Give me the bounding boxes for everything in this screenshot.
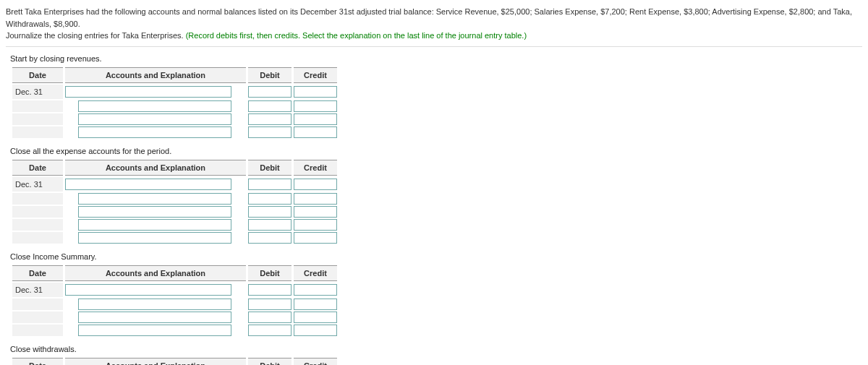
accounts-explanation-input[interactable] xyxy=(78,325,231,336)
intro-hint: (Record debits first, then credits. Sele… xyxy=(186,31,527,40)
debit-input[interactable] xyxy=(248,312,292,323)
date-cell: Dec. 31 xyxy=(12,283,63,297)
table-row xyxy=(12,325,337,336)
intro-line2: Journalize the closing entries for Taka … xyxy=(6,30,862,42)
debit-input[interactable] xyxy=(248,113,292,125)
debit-input[interactable] xyxy=(248,193,292,205)
credit-input[interactable] xyxy=(294,193,337,205)
debit-input[interactable] xyxy=(248,126,292,138)
journal-entry-table: DateAccounts and ExplanationDebitCreditD… xyxy=(10,158,339,245)
date-cell xyxy=(12,206,63,218)
credit-input[interactable] xyxy=(294,284,337,296)
col-header-debit: Debit xyxy=(248,67,292,83)
col-header-acct: Accounts and Explanation xyxy=(65,265,246,281)
date-cell xyxy=(12,299,63,310)
date-cell: Dec. 31 xyxy=(12,177,63,192)
table-row xyxy=(12,100,337,112)
credit-input[interactable] xyxy=(294,206,337,218)
table-row xyxy=(12,232,337,244)
debit-input[interactable] xyxy=(248,100,292,112)
col-header-credit: Credit xyxy=(294,67,337,83)
date-cell: Dec. 31 xyxy=(12,85,63,99)
debit-input[interactable] xyxy=(248,179,292,190)
divider xyxy=(6,46,862,47)
debit-input[interactable] xyxy=(248,232,292,244)
col-header-date: Date xyxy=(12,160,63,176)
col-header-acct: Accounts and Explanation xyxy=(65,67,246,83)
credit-input[interactable] xyxy=(294,219,337,231)
col-header-debit: Debit xyxy=(248,160,292,176)
accounts-explanation-input[interactable] xyxy=(78,312,231,323)
table-row xyxy=(12,299,337,310)
col-header-date: Date xyxy=(12,67,63,83)
debit-input[interactable] xyxy=(248,219,292,231)
table-row xyxy=(12,126,337,138)
date-cell xyxy=(12,325,63,336)
credit-input[interactable] xyxy=(294,113,337,125)
col-header-date: Date xyxy=(12,358,63,366)
table-row xyxy=(12,113,337,125)
credit-input[interactable] xyxy=(294,179,337,190)
col-header-debit: Debit xyxy=(248,358,292,366)
debit-input[interactable] xyxy=(248,206,292,218)
debit-input[interactable] xyxy=(248,299,292,310)
step-title: Close all the expense accounts for the p… xyxy=(10,147,862,155)
col-header-credit: Credit xyxy=(294,265,337,281)
date-cell xyxy=(12,126,63,138)
table-row: Dec. 31 xyxy=(12,283,337,297)
journal-entry-table: DateAccounts and ExplanationDebitCreditD… xyxy=(10,264,339,338)
credit-input[interactable] xyxy=(294,299,337,310)
table-row xyxy=(12,312,337,323)
step-title: Start by closing revenues. xyxy=(10,54,862,63)
journal-entry-table: DateAccounts and ExplanationDebitCreditD… xyxy=(10,356,339,366)
table-row xyxy=(12,219,337,231)
col-header-debit: Debit xyxy=(248,265,292,281)
accounts-explanation-input[interactable] xyxy=(78,193,231,205)
accounts-explanation-input[interactable] xyxy=(78,232,231,244)
col-header-credit: Credit xyxy=(294,358,337,366)
table-row: Dec. 31 xyxy=(12,85,337,99)
step-title: Close withdrawals. xyxy=(10,345,862,353)
intro-line1: Brett Taka Enterprises had the following… xyxy=(6,6,862,30)
date-cell xyxy=(12,100,63,112)
accounts-explanation-input[interactable] xyxy=(78,206,231,218)
debit-input[interactable] xyxy=(248,86,292,98)
table-row: Dec. 31 xyxy=(12,177,337,192)
accounts-explanation-input[interactable] xyxy=(65,284,231,296)
credit-input[interactable] xyxy=(294,100,337,112)
table-row xyxy=(12,206,337,218)
debit-input[interactable] xyxy=(248,284,292,296)
col-header-acct: Accounts and Explanation xyxy=(65,358,246,366)
date-cell xyxy=(12,219,63,231)
credit-input[interactable] xyxy=(294,325,337,336)
col-header-date: Date xyxy=(12,265,63,281)
accounts-explanation-input[interactable] xyxy=(65,179,231,190)
table-row xyxy=(12,193,337,205)
credit-input[interactable] xyxy=(294,86,337,98)
accounts-explanation-input[interactable] xyxy=(65,86,231,98)
debit-input[interactable] xyxy=(248,325,292,336)
credit-input[interactable] xyxy=(294,126,337,138)
accounts-explanation-input[interactable] xyxy=(78,113,231,125)
accounts-explanation-input[interactable] xyxy=(78,219,231,231)
accounts-explanation-input[interactable] xyxy=(78,126,231,138)
journal-entry-table: DateAccounts and ExplanationDebitCreditD… xyxy=(10,66,339,139)
date-cell xyxy=(12,113,63,125)
accounts-explanation-input[interactable] xyxy=(78,299,231,310)
accounts-explanation-input[interactable] xyxy=(78,100,231,112)
problem-statement: Brett Taka Enterprises had the following… xyxy=(6,6,862,42)
col-header-credit: Credit xyxy=(294,160,337,176)
date-cell xyxy=(12,312,63,323)
intro-line2-prefix: Journalize the closing entries for Taka … xyxy=(6,31,186,40)
col-header-acct: Accounts and Explanation xyxy=(65,160,246,176)
date-cell xyxy=(12,232,63,244)
step-title: Close Income Summary. xyxy=(10,252,862,261)
date-cell xyxy=(12,193,63,205)
credit-input[interactable] xyxy=(294,232,337,244)
credit-input[interactable] xyxy=(294,312,337,323)
